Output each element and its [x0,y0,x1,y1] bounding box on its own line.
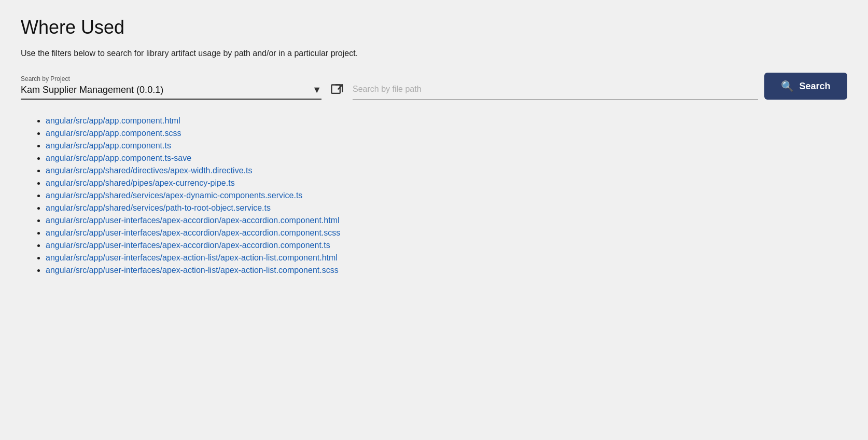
project-select-row: Kam Supplier Management (0.0.1) ▼ [21,85,321,100]
external-link-icon [330,83,344,98]
results-list: angular/src/app/app.component.htmlangula… [21,116,847,275]
list-item: angular/src/app/user-interfaces/apex-act… [46,253,847,263]
list-item: angular/src/app/app.component.ts [46,141,847,150]
result-link[interactable]: angular/src/app/shared/services/apex-dyn… [46,191,302,200]
list-item: angular/src/app/app.component.html [46,116,847,126]
list-item: angular/src/app/user-interfaces/apex-acc… [46,216,847,225]
list-item: angular/src/app/user-interfaces/apex-act… [46,266,847,275]
result-link[interactable]: angular/src/app/app.component.html [46,116,180,125]
list-item: angular/src/app/shared/directives/apex-w… [46,166,847,175]
result-link[interactable]: angular/src/app/user-interfaces/apex-acc… [46,216,340,225]
page-container: Where Used Use the filters below to sear… [0,0,868,295]
result-link[interactable]: angular/src/app/shared/pipes/apex-curren… [46,178,235,187]
result-link[interactable]: angular/src/app/user-interfaces/apex-acc… [46,241,330,250]
result-link[interactable]: angular/src/app/app.component.ts [46,141,171,150]
result-link[interactable]: angular/src/app/app.component.ts-save [46,154,191,162]
file-path-input-group [353,82,758,100]
result-link[interactable]: angular/src/app/user-interfaces/apex-act… [46,253,338,262]
list-item: angular/src/app/user-interfaces/apex-acc… [46,228,847,238]
external-link-button[interactable] [328,81,346,100]
filter-row: Search by Project Kam Supplier Managemen… [21,73,847,100]
result-link[interactable]: angular/src/app/shared/services/path-to-… [46,203,271,212]
file-path-input[interactable] [353,82,758,96]
dropdown-arrow-icon[interactable]: ▼ [312,85,321,95]
result-link[interactable]: angular/src/app/app.component.scss [46,129,181,138]
list-item: angular/src/app/shared/services/apex-dyn… [46,191,847,200]
page-description: Use the filters below to search for libr… [21,49,847,58]
project-select-value: Kam Supplier Management (0.0.1) [21,85,308,95]
result-link[interactable]: angular/src/app/user-interfaces/apex-act… [46,266,339,274]
list-item: angular/src/app/shared/pipes/apex-curren… [46,178,847,188]
list-item: angular/src/app/shared/services/path-to-… [46,203,847,213]
search-button[interactable]: 🔍 Search [764,73,847,100]
page-title: Where Used [21,17,847,38]
result-link[interactable]: angular/src/app/user-interfaces/apex-acc… [46,228,340,237]
list-item: angular/src/app/app.component.scss [46,129,847,138]
search-button-label: Search [799,81,830,92]
result-link[interactable]: angular/src/app/shared/directives/apex-w… [46,166,252,175]
list-item: angular/src/app/user-interfaces/apex-acc… [46,241,847,250]
list-item: angular/src/app/app.component.ts-save [46,154,847,163]
search-icon: 🔍 [781,80,794,92]
project-select-label: Search by Project [21,75,321,82]
project-select-group: Search by Project Kam Supplier Managemen… [21,75,321,100]
